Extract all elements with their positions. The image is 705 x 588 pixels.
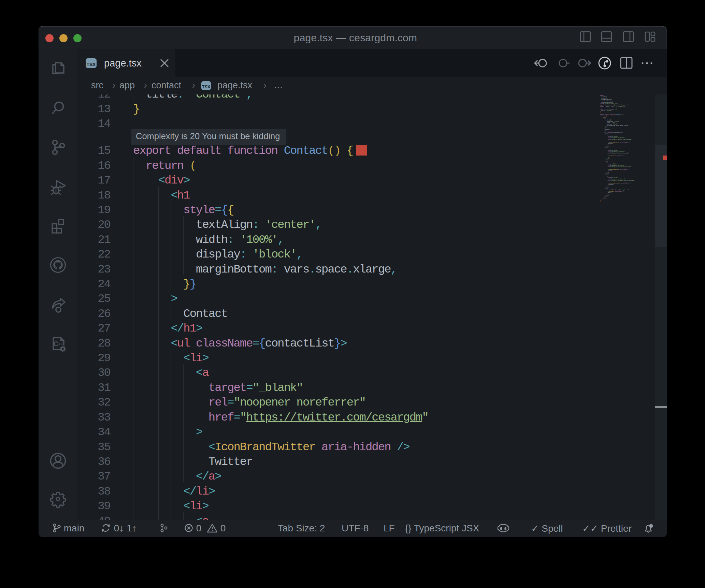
svg-text:++: ++ xyxy=(58,341,63,347)
